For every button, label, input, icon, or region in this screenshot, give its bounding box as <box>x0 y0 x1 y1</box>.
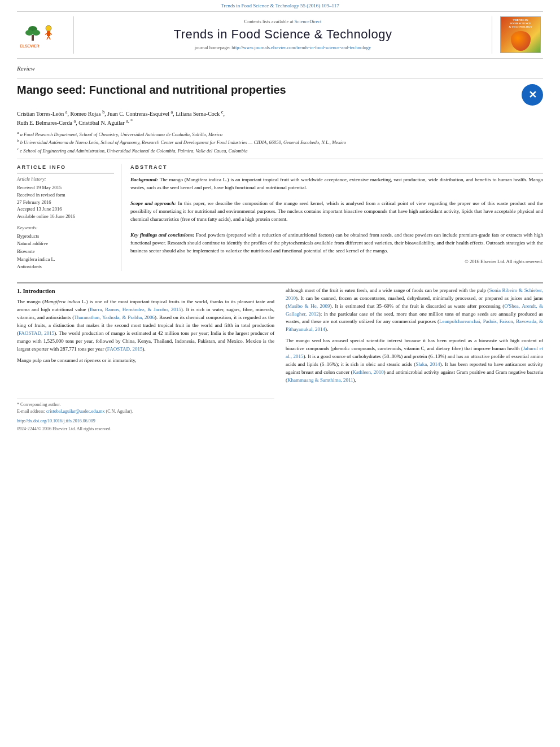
sciencedirect-line: Contents lists available at ScienceDirec… <box>244 19 322 25</box>
svg-point-2 <box>25 30 33 36</box>
corresponding-note: * Corresponding author. E-mail address: … <box>17 401 274 415</box>
authors-text-2: Ruth E. Belmares-Cerda a, Cristóbal N. A… <box>17 120 133 126</box>
abstract-text: Background: The mango (Mangifera indica … <box>130 176 543 255</box>
keyword-2: Natural additive <box>17 240 114 248</box>
authors-text: Cristian Torres-León a, Romeo Rojas b, J… <box>17 111 225 117</box>
crossmark-badge[interactable]: ✕ <box>522 84 543 106</box>
article-title: Mango seed: Functional and nutritional p… <box>17 83 516 97</box>
email-link[interactable]: cristobal.aguilar@uadec.edu.mx <box>46 409 106 414</box>
ref-kathleen[interactable]: Kathleen, 2010 <box>353 369 384 375</box>
top-citation-bar: Trends in Food Science & Technology 55 (… <box>0 0 560 11</box>
ref-tharanathan[interactable]: Tharanathan, Yashoda, & Prabha, 2006 <box>74 314 155 320</box>
body-section-divider <box>17 282 543 283</box>
title-divider <box>17 78 543 78</box>
body-divider <box>17 159 543 159</box>
affiliations: a a Food Research Department, School of … <box>17 130 543 154</box>
cover-fruit-image <box>511 31 531 51</box>
keyword-4: Mangifera indica L. <box>17 256 114 264</box>
svg-rect-4 <box>32 35 34 41</box>
authors-line: Cristian Torres-León a, Romeo Rojas b, J… <box>17 109 543 128</box>
svg-point-3 <box>32 30 40 36</box>
journal-header: ELSEVIER Contents lists available at Sci… <box>17 11 543 59</box>
crossmark-icon: ✕ <box>528 90 537 100</box>
journal-citation: Trends in Food Science & Technology 55 (… <box>221 3 339 8</box>
ref-khammuang[interactable]: Khammuang & Samthima, 2011 <box>287 377 353 383</box>
received-revised-label: Received in revised form <box>17 191 114 199</box>
journal-title: Trends in Food Science & Technology <box>174 26 392 43</box>
keyword-3: Biowaste <box>17 248 114 256</box>
ref-leanpol[interactable]: Leanpolchareanchai, Padois, Faison, Bavo… <box>286 318 543 332</box>
ref-faostad-1[interactable]: FAOSTAD, 2015 <box>19 330 54 336</box>
article-type: Review <box>17 64 543 73</box>
scope-text: In this paper, we describe the compositi… <box>130 200 543 222</box>
article-main: Review Mango seed: Functional and nutrit… <box>0 59 560 277</box>
article-title-row: Mango seed: Functional and nutritional p… <box>17 83 543 106</box>
abstract-divider <box>130 173 543 173</box>
ref-masibo[interactable]: Masibo & He, 2009 <box>287 303 330 309</box>
ref-slaka[interactable]: Slaka, 2014 <box>415 361 440 367</box>
intro-para-1: The mango (Mangifera indica L.) is one o… <box>17 298 274 353</box>
available-date: Available online 16 June 2016 <box>17 213 114 220</box>
abstract-heading: Abstract <box>130 164 543 171</box>
doi-area: http://dx.doi.org/10.1016/j.tifs.2016.06… <box>17 417 274 425</box>
elsevier-logo-area: ELSEVIER <box>17 16 68 54</box>
keyword-1: Byproducts <box>17 233 114 241</box>
key-label: Key findings and conclusions: <box>130 232 194 238</box>
body-col-left: 1. Introduction The mango (Mangifera ind… <box>17 287 274 433</box>
ref-ibarra[interactable]: Ibarra, Ramos, Hernández, & Jacobo, 2015 <box>90 307 181 312</box>
accepted-date: Accepted 13 June 2016 <box>17 206 114 213</box>
journal-header-center: Contents lists available at ScienceDirec… <box>73 16 492 54</box>
affiliation-c: c c School of Engineering and Administra… <box>17 146 543 154</box>
journal-cover-area: TRENDS INFOOD SCIENCE& TECHNOLOGY <box>498 16 543 54</box>
keyword-5: Antioxidants <box>17 263 114 271</box>
cover-title-text: TRENDS INFOOD SCIENCE& TECHNOLOGY <box>509 19 532 29</box>
info-abstract-cols: Article Info Article history: Received 1… <box>17 164 543 271</box>
ref-faostad-2[interactable]: FAOSTAD, 2015 <box>107 346 143 352</box>
intro-para-4: The mango seed has aroused special scien… <box>286 337 543 385</box>
info-divider <box>17 173 114 173</box>
article-info-col: Article Info Article history: Received 1… <box>17 164 121 271</box>
scope-label: Scope and approach: <box>130 200 176 206</box>
issn-line: 0924-2244/© 2016 Elsevier Ltd. All right… <box>17 426 274 433</box>
intro-para-3: although most of the fruit is eaten fres… <box>286 287 543 334</box>
intro-heading: 1. Introduction <box>17 287 274 296</box>
doi-link[interactable]: http://dx.doi.org/10.1016/j.tifs.2016.06… <box>17 418 95 423</box>
ref-sonia[interactable]: Sonia Ribeiro & Schieber, 2010 <box>286 287 543 301</box>
revised-date: 27 February 2016 <box>17 199 114 206</box>
intro-para-2: Mango pulp can be consumed at ripeness o… <box>17 357 274 365</box>
sciencedirect-link[interactable]: ScienceDirect <box>295 19 322 24</box>
history-label: Article history: <box>17 176 114 183</box>
body-col-right: although most of the fruit is eaten fres… <box>286 287 543 433</box>
affiliation-a: a a Food Research Department, School of … <box>17 130 543 138</box>
body-two-col: 1. Introduction The mango (Mangifera ind… <box>0 287 560 433</box>
background-label: Background: <box>130 177 158 182</box>
abstract-copyright: © 2016 Elsevier Ltd. All rights reserved… <box>130 259 543 265</box>
keywords-label: Keywords: <box>17 225 114 231</box>
affiliation-b: b b Universidad Autónoma de Nuevo León, … <box>17 138 543 146</box>
journal-homepage: journal homepage: http://www.journals.el… <box>195 45 371 51</box>
homepage-link[interactable]: http://www.journals.elsevier.com/trends-… <box>231 45 371 50</box>
background-text: The mango (Mangifera indica L.) is an im… <box>130 177 543 190</box>
ref-jahurul[interactable]: Jahurul et al., 2015 <box>286 346 543 359</box>
journal-cover-image: TRENDS INFOOD SCIENCE& TECHNOLOGY <box>500 16 541 53</box>
abstract-col: Abstract Background: The mango (Mangifer… <box>130 164 543 271</box>
elsevier-logo: ELSEVIER <box>17 19 62 50</box>
received-date: Received 19 May 2015 <box>17 184 114 191</box>
article-info-heading: Article Info <box>17 164 114 171</box>
footnote-area: * Corresponding author. E-mail address: … <box>17 399 274 433</box>
keywords-section: Keywords: Byproducts Natural additive Bi… <box>17 225 114 271</box>
svg-point-5 <box>46 25 51 31</box>
svg-text:ELSEVIER: ELSEVIER <box>20 44 40 48</box>
